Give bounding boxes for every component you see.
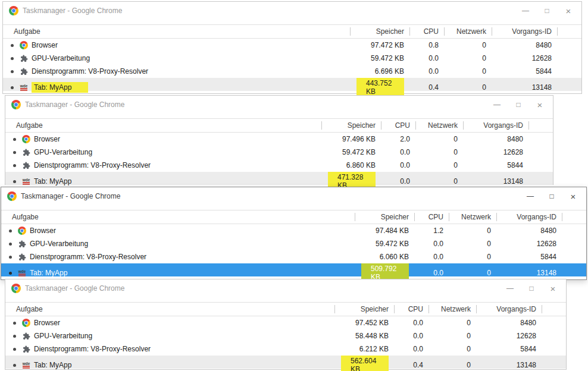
table-row[interactable]: GPU-Verarbeitung58.448 KB0.0012628 — [5, 329, 566, 342]
table-row[interactable]: Dienstprogramm: V8-Proxy-Resolver6.860 K… — [5, 159, 553, 172]
column-header-aufgabe[interactable]: Aufgabe — [8, 25, 351, 38]
titlebar[interactable]: Taskmanager - Google Chrome — □ × — [5, 279, 566, 297]
netzwerk-value: 0 — [482, 67, 486, 76]
column-header-aufgabe[interactable]: Aufgabe — [10, 303, 335, 316]
titlebar[interactable]: Taskmanager - Google Chrome — □ × — [1, 187, 586, 205]
column-header-cpu[interactable]: CPU — [381, 119, 416, 132]
table-row[interactable]: GPU-Verarbeitung59.472 KB0.0012628 — [1, 237, 586, 250]
column-header-netzwerk[interactable]: Netzwerk — [449, 210, 497, 224]
netzwerk-value: 0 — [482, 54, 486, 62]
pid-value: 13148 — [503, 177, 523, 186]
column-header-vorgangs-id[interactable]: Vorgangs-ID — [492, 25, 558, 38]
table-row[interactable]: Browser97.496 KB2.008480 — [5, 133, 553, 146]
extension-puzzle-icon — [18, 240, 26, 248]
column-header-vorgangs-id[interactable]: Vorgangs-ID — [464, 119, 529, 132]
titlebar[interactable]: Taskmanager - Google Chrome — □ × — [3, 2, 581, 20]
minimize-button[interactable]: — — [486, 98, 508, 112]
pid-value: 5844 — [520, 345, 536, 353]
table-row[interactable]: wdeTab: MyApp562.604 KB0.4013148 — [5, 356, 566, 369]
chrome-icon — [22, 319, 30, 327]
minimize-button[interactable]: — — [520, 189, 541, 203]
task-cell: GPU-Verarbeitung — [8, 52, 351, 65]
speicher-value: 6.212 KB — [359, 345, 389, 353]
cpu-value: 0.0 — [433, 253, 443, 261]
cpu-value: 0.0 — [413, 332, 423, 340]
cpu-cell: 0.0 — [395, 342, 429, 356]
table-row[interactable]: GPU-Verarbeitung59.472 KB0.0012628 — [5, 146, 553, 159]
myapp-favicon-glyph: wde — [18, 269, 26, 277]
maximize-button[interactable]: □ — [521, 281, 542, 295]
pid-cell: 12628 — [492, 52, 558, 65]
task-name: Tab: MyApp — [34, 361, 71, 369]
myapp-favicon-icon: wde — [18, 269, 26, 277]
table-row[interactable]: Browser97.484 KB1.208480 — [1, 224, 586, 237]
maximize-button[interactable]: □ — [536, 4, 558, 18]
task-name: Tab: MyApp — [30, 269, 67, 277]
netzwerk-cell: 0 — [416, 146, 464, 159]
task-name: Dienstprogramm: V8-Proxy-Resolver — [30, 253, 146, 261]
myapp-favicon-icon: wde — [20, 83, 28, 92]
column-header-cpu[interactable]: CPU — [415, 210, 449, 224]
column-header-speicher[interactable]: Speicher — [335, 303, 395, 316]
netzwerk-value: 0 — [467, 361, 471, 369]
table-row[interactable]: wdeTab: MyApp443.752 KB0.4013148 — [3, 78, 581, 91]
column-header-netzwerk[interactable]: Netzwerk — [445, 25, 492, 38]
close-button[interactable]: × — [529, 98, 551, 112]
task-cell: wdeTab: MyApp — [8, 78, 351, 97]
table-row[interactable]: wdeTab: MyApp509.792 KB0.0013148 — [1, 263, 586, 276]
column-header-aufgabe[interactable]: Aufgabe — [10, 119, 322, 132]
speicher-cell: 6.696 KB — [351, 65, 410, 78]
table-body: Browser97.496 KB2.008480GPU-Verarbeitung… — [5, 133, 553, 185]
minimize-button[interactable]: — — [515, 4, 536, 18]
pid-cell: 12628 — [477, 329, 542, 342]
row-bullet-icon — [11, 86, 14, 89]
column-header-speicher[interactable]: Speicher — [355, 210, 415, 224]
table-row[interactable]: Dienstprogramm: V8-Proxy-Resolver6.696 K… — [3, 65, 581, 78]
maximize-button[interactable]: □ — [541, 189, 562, 203]
cpu-cell: 0.0 — [395, 316, 429, 329]
table-row[interactable]: wdeTab: MyApp471.328 KB0.0013148 — [5, 172, 553, 185]
column-header-netzwerk[interactable]: Netzwerk — [416, 119, 464, 132]
table-row[interactable]: Browser97.472 KB0.808480 — [3, 39, 581, 52]
close-button[interactable]: × — [562, 189, 584, 203]
task-cell: Dienstprogramm: V8-Proxy-Resolver — [10, 159, 322, 172]
maximize-button[interactable]: □ — [508, 98, 529, 112]
column-header-netzwerk[interactable]: Netzwerk — [429, 303, 477, 316]
netzwerk-value: 0 — [487, 269, 491, 277]
speicher-cell: 59.472 KB — [351, 52, 410, 65]
netzwerk-value: 0 — [482, 83, 486, 92]
column-header-aufgabe[interactable]: Aufgabe — [6, 210, 355, 224]
minimize-button[interactable]: — — [499, 281, 521, 295]
task-cell: GPU-Verarbeitung — [6, 237, 355, 250]
pid-cell: 8480 — [492, 39, 558, 52]
table-row[interactable]: Browser97.452 KB0.008480 — [5, 316, 566, 329]
close-button[interactable]: × — [558, 4, 579, 18]
column-header-vorgangs-id[interactable]: Vorgangs-ID — [497, 210, 562, 224]
speicher-value: 58.448 KB — [355, 332, 389, 340]
chrome-logo-center — [10, 194, 14, 199]
titlebar[interactable]: Taskmanager - Google Chrome — □ × — [5, 96, 553, 114]
table-row[interactable]: Dienstprogramm: V8-Proxy-Resolver6.212 K… — [5, 342, 566, 356]
chrome-logo-center — [14, 286, 18, 291]
pid-cell: 5844 — [492, 65, 558, 78]
task-name: Tab: MyApp — [34, 177, 71, 186]
speicher-cell: 59.472 KB — [355, 237, 415, 250]
table-row[interactable]: GPU-Verarbeitung59.472 KB0.0012628 — [3, 52, 581, 65]
pid-value: 13148 — [537, 269, 556, 277]
task-name: Tab: MyApp — [32, 82, 88, 93]
close-button[interactable]: × — [542, 281, 564, 295]
column-header-vorgangs-id[interactable]: Vorgangs-ID — [477, 303, 542, 316]
column-header-speicher[interactable]: Speicher — [351, 25, 410, 38]
table-row[interactable]: Dienstprogramm: V8-Proxy-Resolver6.060 K… — [1, 250, 586, 263]
column-header-cpu[interactable]: CPU — [410, 25, 445, 38]
cpu-value: 0.0 — [400, 161, 410, 169]
row-bullet-icon — [13, 364, 16, 367]
column-header-speicher[interactable]: Speicher — [322, 119, 381, 132]
speicher-value: 97.496 KB — [342, 135, 376, 143]
client-area: AufgabeSpeicherCPUNetzwerkVorgangs-ID Br… — [5, 114, 553, 185]
task-name: GPU-Verarbeitung — [32, 54, 90, 62]
pid-value: 13148 — [517, 361, 536, 369]
column-header-cpu[interactable]: CPU — [395, 303, 429, 316]
cpu-value: 2.0 — [400, 135, 410, 143]
row-bullet-icon — [13, 164, 16, 167]
